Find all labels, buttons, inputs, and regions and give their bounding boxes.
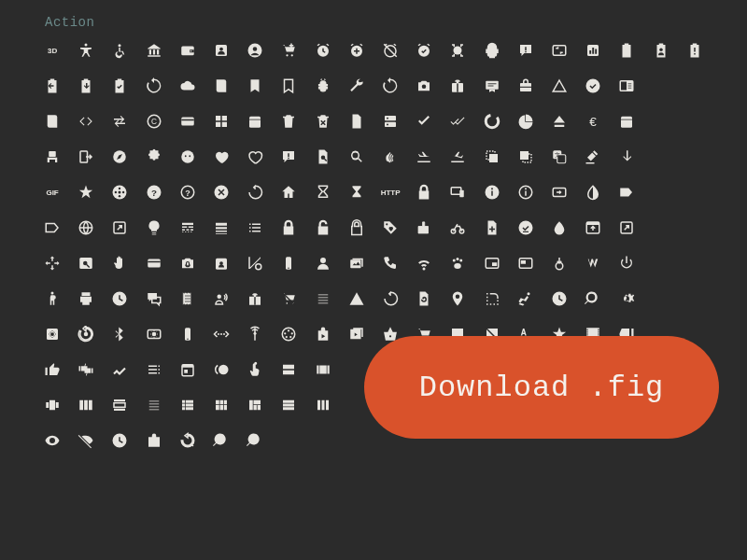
svg-point-125: [460, 259, 463, 262]
important-devices-icon: [448, 183, 467, 202]
donut-small-icon: [516, 112, 535, 131]
schedule-icon: [550, 289, 569, 308]
svg-point-15: [454, 47, 462, 55]
svg-rect-190: [249, 400, 253, 411]
empty-cell: [381, 502, 400, 521]
http-icon: HTTP: [381, 183, 400, 202]
svg-rect-100: [216, 223, 227, 226]
svg-rect-195: [283, 404, 294, 407]
zoom-in-icon: [212, 431, 231, 450]
open-with-icon: [43, 254, 62, 273]
svg-point-73: [119, 191, 121, 194]
svg-point-150: [288, 329, 289, 331]
card-membership-icon: [483, 77, 501, 95]
svg-rect-61: [289, 153, 290, 157]
svg-point-124: [457, 258, 459, 260]
empty-cell: [483, 467, 501, 485]
opacity-icon: [550, 218, 569, 237]
empty-cell: [685, 254, 704, 273]
info-icon: [483, 183, 501, 202]
settings-backup-restore-icon: [77, 325, 95, 343]
svg-point-60: [189, 155, 190, 157]
svg-rect-51: [621, 119, 632, 120]
svg-rect-22: [596, 49, 598, 54]
offline-pin-icon: [516, 218, 535, 237]
empty-cell: [145, 467, 163, 485]
description-icon: [347, 112, 366, 131]
empty-cell: [347, 396, 366, 414]
empty-cell: [584, 467, 602, 485]
feedback-icon: [279, 147, 298, 166]
empty-cell: [652, 112, 670, 131]
empty-cell: [652, 147, 670, 166]
svg-point-151: [285, 332, 287, 334]
explore-icon: [110, 147, 129, 166]
svg-point-163: [218, 365, 229, 375]
get-app-icon: [617, 147, 636, 166]
svg-rect-62: [289, 158, 290, 160]
svg-rect-97: [182, 230, 185, 231]
receipt-icon: [178, 289, 197, 308]
find-in-page-icon: [314, 147, 332, 166]
svg-point-153: [286, 336, 288, 338]
svg-point-75: [119, 195, 120, 197]
empty-cell: [43, 502, 62, 521]
svg-rect-98: [186, 230, 189, 231]
svg-rect-166: [317, 366, 318, 374]
search-icon: [584, 289, 602, 308]
svg-rect-136: [255, 297, 257, 305]
date-range-icon: [246, 112, 264, 131]
svg-rect-32: [520, 87, 531, 88]
watch-later-icon: [110, 431, 129, 450]
euro-symbol-icon: €: [584, 112, 602, 131]
svg-rect-169: [46, 402, 49, 408]
view-module-icon: [212, 396, 231, 414]
note-add-icon: [483, 218, 501, 237]
redeem-icon: [246, 289, 264, 308]
svg-rect-165: [283, 371, 294, 375]
svg-rect-179: [186, 400, 193, 403]
svg-point-33: [586, 79, 600, 93]
svg-rect-182: [182, 407, 185, 410]
svg-point-0: [85, 44, 88, 47]
pan-tool-icon: [110, 254, 129, 273]
open-in-browser-icon: [584, 218, 602, 237]
svg-point-132: [51, 292, 54, 295]
empty-cell: [314, 467, 332, 485]
svg-point-123: [453, 259, 456, 262]
alarm-icon: [314, 41, 332, 60]
account-balance-wallet-icon: [178, 41, 197, 60]
svg-text:C: C: [151, 118, 157, 126]
svg-rect-38: [181, 118, 194, 126]
svg-point-9: [287, 54, 289, 56]
svg-rect-184: [216, 400, 219, 405]
download-fig-button[interactable]: Download .fig: [364, 336, 719, 439]
view-stream-icon: [279, 396, 298, 414]
svg-point-154: [290, 336, 292, 338]
empty-cell: [415, 467, 433, 485]
empty-cell: [178, 502, 197, 521]
open-in-new-icon: [617, 218, 636, 237]
home-icon: [279, 183, 298, 202]
svg-point-87: [491, 188, 493, 189]
svg-rect-170: [49, 400, 55, 411]
svg-rect-67: [520, 151, 529, 160]
svg-point-137: [527, 292, 529, 295]
zoom-out-icon: [246, 431, 264, 450]
label-icon: [617, 183, 636, 202]
svg-rect-162: [184, 370, 188, 373]
assignment-late-icon: [685, 41, 704, 60]
svg-rect-177: [114, 409, 125, 411]
svg-rect-161: [182, 365, 193, 368]
empty-cell: [685, 112, 704, 131]
svg-point-8: [253, 47, 258, 51]
svg-point-142: [151, 332, 156, 337]
svg-rect-52: [49, 151, 56, 157]
empty-cell: [110, 502, 129, 521]
perm-data-setting-icon: [246, 254, 264, 273]
report-problem-icon: [347, 289, 366, 308]
svg-rect-103: [216, 233, 227, 234]
play-for-work-icon: [550, 254, 569, 273]
category-label: Action: [45, 15, 94, 30]
perm-media-icon: [347, 254, 366, 273]
